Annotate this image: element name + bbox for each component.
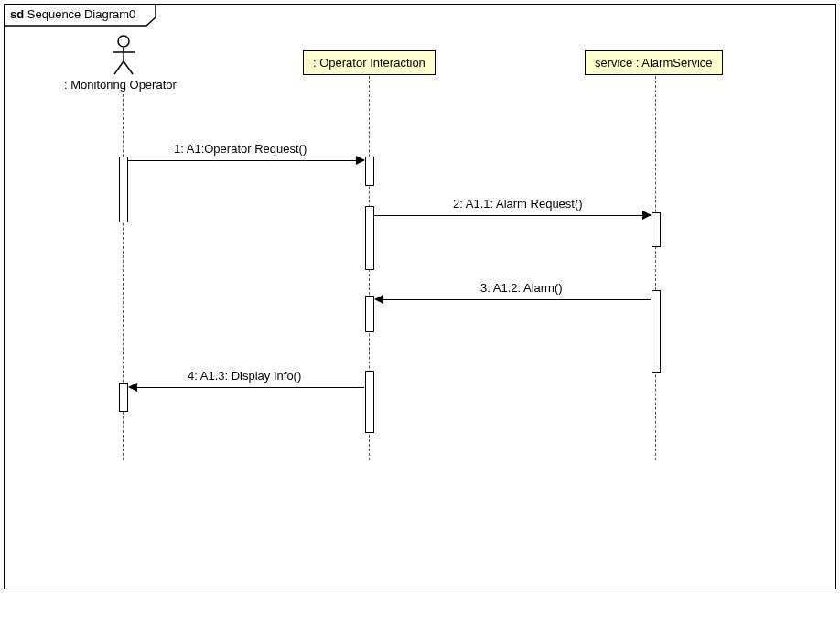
activation-interaction-1 bbox=[365, 157, 374, 186]
message-2-label: 2: A1.1: Alarm Request() bbox=[453, 197, 583, 211]
message-1-label: 1: A1:Operator Request() bbox=[174, 142, 307, 156]
message-2-arrow bbox=[642, 211, 652, 220]
frame-title: sd Sequence Diagram0 bbox=[10, 7, 135, 21]
activation-actor-1 bbox=[119, 157, 128, 222]
message-3-label: 3: A1.2: Alarm() bbox=[480, 281, 563, 295]
lifeline-alarm-service: service : AlarmService bbox=[585, 50, 723, 75]
lifeline-line-service bbox=[655, 76, 656, 460]
message-4-arrow bbox=[128, 383, 137, 392]
svg-line-5 bbox=[124, 61, 133, 74]
actor-icon bbox=[110, 34, 137, 75]
message-4-line bbox=[130, 387, 364, 388]
message-2-line bbox=[374, 215, 651, 216]
message-3-arrow bbox=[374, 295, 383, 304]
svg-line-4 bbox=[114, 61, 124, 74]
lifeline-operator-interaction: : Operator Interaction bbox=[303, 50, 436, 75]
activation-interaction-3 bbox=[365, 296, 374, 332]
svg-point-1 bbox=[118, 36, 129, 47]
actor-label: : Monitoring Operator bbox=[64, 78, 177, 92]
sequence-diagram-frame: sd Sequence Diagram0 : Monitoring Operat… bbox=[4, 4, 836, 589]
activation-service-1 bbox=[652, 212, 661, 247]
message-1-line bbox=[128, 160, 364, 161]
activation-actor-2 bbox=[119, 383, 128, 412]
activation-interaction-4 bbox=[365, 371, 374, 433]
activation-service-2 bbox=[652, 290, 661, 373]
activation-interaction-2 bbox=[365, 206, 374, 270]
frame-name: Sequence Diagram0 bbox=[27, 7, 136, 21]
message-1-arrow bbox=[356, 156, 365, 165]
message-3-line bbox=[376, 299, 651, 300]
message-4-label: 4: A1.3: Display Info() bbox=[188, 369, 301, 383]
frame-prefix: sd bbox=[10, 7, 24, 21]
